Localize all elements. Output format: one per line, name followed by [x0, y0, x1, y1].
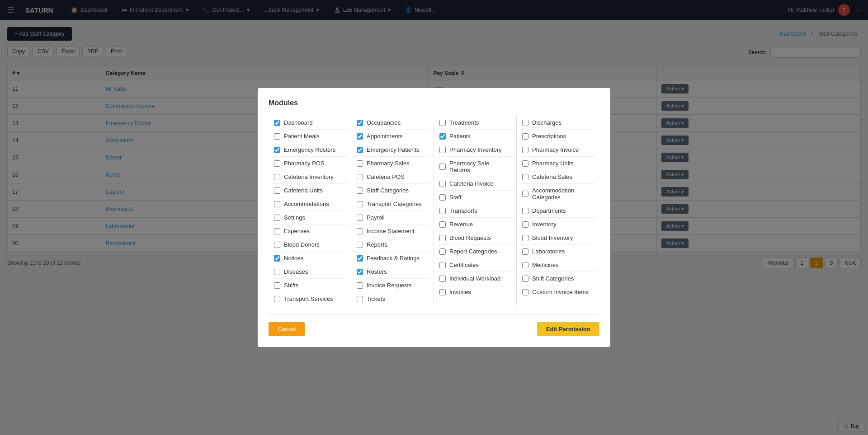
module-checkbox[interactable]	[357, 174, 363, 180]
module-checkbox[interactable]	[439, 289, 446, 295]
module-label: Diseases	[284, 268, 308, 275]
module-checkbox[interactable]	[522, 208, 528, 214]
module-checkbox[interactable]	[274, 242, 280, 248]
module-checkbox[interactable]	[357, 215, 363, 221]
module-checkbox[interactable]	[357, 133, 363, 140]
module-item: Income Statement	[355, 225, 430, 238]
module-label: Cafeteria Sales	[532, 173, 572, 180]
module-checkbox[interactable]	[274, 296, 280, 302]
module-label: Staff Categories	[367, 187, 409, 194]
module-checkbox[interactable]	[522, 191, 528, 197]
module-item: Pharmacy Sale Returns	[438, 157, 513, 177]
module-item: Revenue	[438, 218, 513, 231]
module-label: Cafeteria Inventory	[284, 173, 334, 180]
module-label: Certificates	[449, 262, 479, 268]
module-item: Pharmacy POS	[272, 157, 347, 170]
module-checkbox[interactable]	[439, 221, 446, 228]
module-checkbox[interactable]	[357, 296, 363, 302]
module-checkbox[interactable]	[274, 187, 280, 194]
module-checkbox[interactable]	[357, 187, 363, 194]
module-label: Blood Requests	[449, 234, 491, 241]
module-checkbox[interactable]	[357, 269, 363, 275]
module-label: Inventory	[532, 221, 556, 228]
module-checkbox[interactable]	[439, 248, 446, 255]
module-checkbox[interactable]	[522, 174, 528, 180]
module-checkbox[interactable]	[439, 276, 446, 282]
module-item: Custom Invoice Items	[520, 285, 596, 299]
module-checkbox[interactable]	[274, 120, 280, 126]
module-checkbox[interactable]	[274, 147, 280, 153]
module-label: Pharmacy Invoice	[532, 146, 579, 153]
module-checkbox[interactable]	[274, 174, 280, 180]
module-checkbox[interactable]	[439, 164, 446, 170]
module-checkbox[interactable]	[522, 248, 528, 255]
cancel-button[interactable]: Cancel	[269, 322, 305, 336]
module-label: Pharmacy POS	[284, 160, 325, 167]
module-item: Patients	[438, 130, 513, 143]
edit-permission-button[interactable]: Edit Permission	[537, 322, 599, 336]
module-item: Report Categories	[438, 245, 513, 258]
module-checkbox[interactable]	[357, 147, 363, 153]
module-item: Feedback & Ratings	[355, 252, 430, 265]
module-label: Reports	[367, 241, 387, 248]
module-label: Blood Inventory	[532, 234, 573, 241]
module-checkbox[interactable]	[274, 201, 280, 207]
module-item: Cafeteria POS	[355, 170, 430, 184]
module-checkbox[interactable]	[274, 282, 280, 289]
module-checkbox[interactable]	[439, 208, 446, 214]
module-checkbox[interactable]	[274, 255, 280, 262]
module-checkbox[interactable]	[439, 262, 446, 268]
module-checkbox[interactable]	[439, 147, 446, 153]
module-checkbox[interactable]	[274, 269, 280, 275]
module-item: Transports	[438, 204, 513, 218]
module-item: Settings	[272, 211, 347, 225]
module-checkbox[interactable]	[439, 235, 446, 241]
module-checkbox[interactable]	[522, 221, 528, 228]
module-checkbox[interactable]	[439, 120, 446, 126]
module-label: Pharmacy Sales	[367, 160, 410, 167]
module-checkbox[interactable]	[439, 133, 446, 140]
module-checkbox[interactable]	[274, 160, 280, 167]
module-label: Transport Services	[284, 295, 333, 302]
module-checkbox[interactable]	[522, 262, 528, 268]
module-checkbox[interactable]	[357, 228, 363, 234]
module-checkbox[interactable]	[439, 194, 446, 201]
module-checkbox[interactable]	[357, 282, 363, 289]
module-label: Settings	[284, 214, 305, 221]
module-checkbox[interactable]	[522, 133, 528, 140]
module-label: Patients	[449, 133, 471, 140]
module-label: Shifts	[284, 282, 299, 289]
module-item: Prescriptions	[520, 130, 596, 143]
module-checkbox[interactable]	[357, 120, 363, 126]
module-label: Cafeteria POS	[367, 173, 405, 180]
module-item: Departments	[520, 204, 596, 218]
module-item: Notices	[272, 252, 347, 265]
module-label: Appointments	[367, 133, 403, 140]
module-col-3: DischargesPrescriptionsPharmacy InvoiceP…	[517, 116, 599, 305]
module-checkbox[interactable]	[357, 160, 363, 167]
module-checkbox[interactable]	[522, 147, 528, 153]
module-item: Pharmacy Units	[520, 157, 596, 170]
module-checkbox[interactable]	[522, 120, 528, 126]
module-checkbox[interactable]	[357, 255, 363, 262]
module-checkbox[interactable]	[357, 242, 363, 248]
module-label: Laboratories	[532, 248, 565, 255]
module-label: Income Statement	[367, 228, 415, 234]
module-checkbox[interactable]	[522, 289, 528, 295]
module-item: Pharmacy Invoice	[520, 143, 596, 157]
module-label: Discharges	[532, 119, 561, 126]
module-checkbox[interactable]	[522, 160, 528, 167]
module-checkbox[interactable]	[522, 235, 528, 241]
module-label: Report Categories	[449, 248, 497, 255]
module-label: Pharmacy Units	[532, 160, 574, 167]
module-item: Medicines	[520, 258, 596, 272]
module-checkbox[interactable]	[439, 181, 446, 187]
module-label: Pharmacy Sale Returns	[449, 160, 511, 173]
module-checkbox[interactable]	[274, 133, 280, 140]
module-checkbox[interactable]	[357, 201, 363, 207]
module-label: Tickets	[367, 295, 385, 302]
module-checkbox[interactable]	[522, 276, 528, 282]
module-checkbox[interactable]	[274, 228, 280, 234]
module-checkbox[interactable]	[274, 215, 280, 221]
modules-grid: DashboardPatient MealsEmergency RostersP…	[269, 116, 599, 305]
